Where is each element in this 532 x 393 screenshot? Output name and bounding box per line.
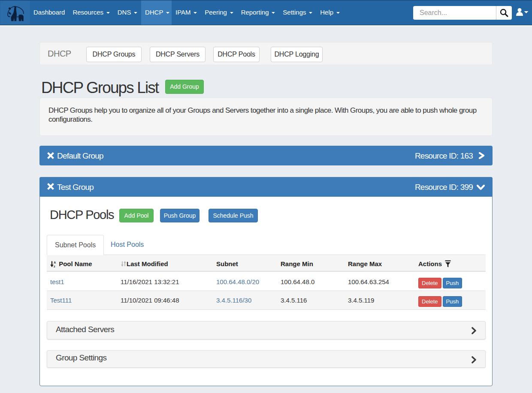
svg-text:z: z (54, 264, 55, 267)
svg-text:A: A (54, 261, 56, 264)
